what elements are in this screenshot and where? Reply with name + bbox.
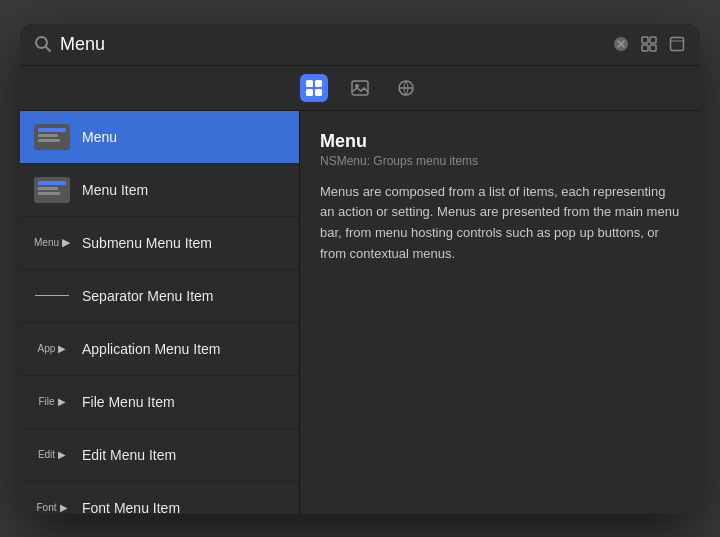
search-input[interactable]: Menu: [60, 34, 604, 55]
sidebar-item-file-menu-item[interactable]: File ▶ File Menu Item: [20, 376, 299, 429]
sidebar-item-application-menu-item[interactable]: App ▶ Application Menu Item: [20, 323, 299, 376]
tab-components[interactable]: [300, 74, 328, 102]
svg-rect-22: [38, 139, 60, 142]
svg-rect-25: [38, 187, 58, 190]
app-menu-component-icon: App ▶: [32, 331, 72, 367]
svg-rect-13: [306, 89, 313, 96]
sidebar-item-menu[interactable]: Menu: [20, 111, 299, 164]
tab-bar: [20, 66, 700, 111]
tab-custom[interactable]: [392, 74, 420, 102]
svg-rect-7: [642, 45, 648, 51]
search-icon: [34, 35, 52, 53]
expand-icon[interactable]: [668, 35, 686, 53]
svg-rect-11: [306, 80, 313, 87]
submenu-component-icon: Menu ▶: [32, 225, 72, 261]
edit-menu-component-icon: Edit ▶: [32, 437, 72, 473]
sidebar-label-app-menu-item: Application Menu Item: [82, 341, 221, 357]
svg-rect-12: [315, 80, 322, 87]
file-menu-component-icon: File ▶: [32, 384, 72, 420]
sidebar-label-font-menu-item: Font Menu Item: [82, 500, 180, 514]
close-circle-icon[interactable]: [612, 35, 630, 53]
font-menu-component-icon: Font ▶: [32, 490, 72, 514]
main-window: Menu: [20, 24, 700, 514]
search-bar: Menu: [20, 24, 700, 66]
svg-rect-8: [650, 45, 656, 51]
detail-description: Menus are composed from a list of items,…: [320, 182, 680, 265]
menu-component-icon: [32, 119, 72, 155]
sidebar-label-separator: Separator Menu Item: [82, 288, 214, 304]
svg-rect-14: [315, 89, 322, 96]
svg-line-1: [46, 47, 51, 52]
svg-rect-9: [671, 38, 684, 51]
grid-view-icon[interactable]: [640, 35, 658, 53]
detail-panel: Menu NSMenu: Groups menu items Menus are…: [300, 111, 700, 514]
sidebar-label-menu: Menu: [82, 129, 117, 145]
tab-images[interactable]: [346, 74, 374, 102]
main-content: Menu Menu Item Menu: [20, 111, 700, 514]
svg-rect-20: [38, 128, 66, 132]
separator-component-icon: [32, 278, 72, 314]
svg-rect-24: [38, 181, 66, 185]
detail-subtitle: NSMenu: Groups menu items: [320, 154, 680, 168]
sidebar-item-separator[interactable]: Separator Menu Item: [20, 270, 299, 323]
sidebar-item-font-menu-item[interactable]: Font ▶ Font Menu Item: [20, 482, 299, 514]
svg-rect-21: [38, 134, 58, 137]
svg-rect-6: [650, 37, 656, 43]
sidebar-label-edit-menu-item: Edit Menu Item: [82, 447, 176, 463]
menu-item-component-icon: [32, 172, 72, 208]
svg-rect-26: [38, 192, 60, 195]
sidebar-label-file-menu-item: File Menu Item: [82, 394, 175, 410]
sidebar-item-menu-item[interactable]: Menu Item: [20, 164, 299, 217]
sidebar-item-submenu-menu-item[interactable]: Menu ▶ Submenu Menu Item: [20, 217, 299, 270]
sidebar-label-menu-item: Menu Item: [82, 182, 148, 198]
svg-rect-5: [642, 37, 648, 43]
sidebar-item-edit-menu-item[interactable]: Edit ▶ Edit Menu Item: [20, 429, 299, 482]
detail-title: Menu: [320, 131, 680, 152]
sidebar-label-submenu: Submenu Menu Item: [82, 235, 212, 251]
svg-rect-15: [352, 81, 368, 95]
sidebar: Menu Menu Item Menu: [20, 111, 300, 514]
toolbar-icons: [612, 35, 686, 53]
